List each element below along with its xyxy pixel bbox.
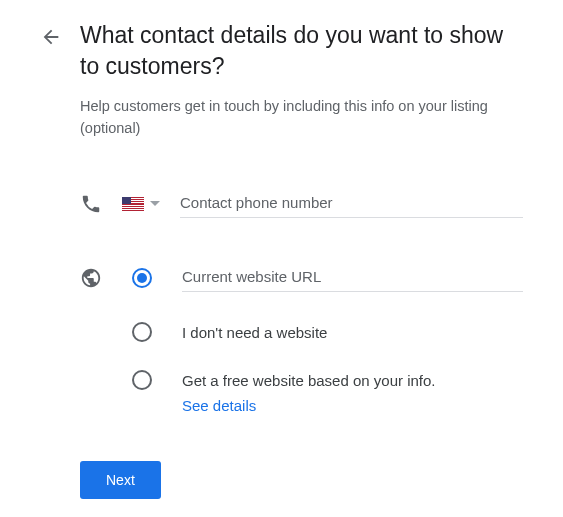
next-button[interactable]: Next	[80, 461, 161, 499]
country-code-dropdown[interactable]	[122, 197, 160, 211]
radio-no-website[interactable]	[132, 322, 152, 342]
option-label-no-website: I don't need a website	[182, 322, 327, 345]
us-flag-icon	[122, 197, 144, 211]
radio-website-url[interactable]	[132, 268, 152, 288]
option-label-free-website: Get a free website based on your info.	[182, 372, 435, 389]
website-option-free: Get a free website based on your info. S…	[80, 370, 523, 417]
chevron-down-icon	[150, 201, 160, 206]
website-url-input[interactable]	[182, 264, 523, 292]
page-title: What contact details do you want to show…	[80, 20, 523, 82]
page-subtitle: Help customers get in touch by including…	[80, 96, 523, 140]
phone-row	[80, 190, 523, 218]
back-arrow-icon[interactable]	[40, 26, 62, 48]
website-option-url	[80, 264, 523, 292]
radio-free-website[interactable]	[132, 370, 152, 390]
phone-icon	[80, 193, 102, 215]
phone-input[interactable]	[180, 190, 523, 218]
website-option-none: I don't need a website	[80, 322, 523, 345]
globe-icon	[80, 267, 102, 289]
see-details-link[interactable]: See details	[182, 395, 435, 418]
